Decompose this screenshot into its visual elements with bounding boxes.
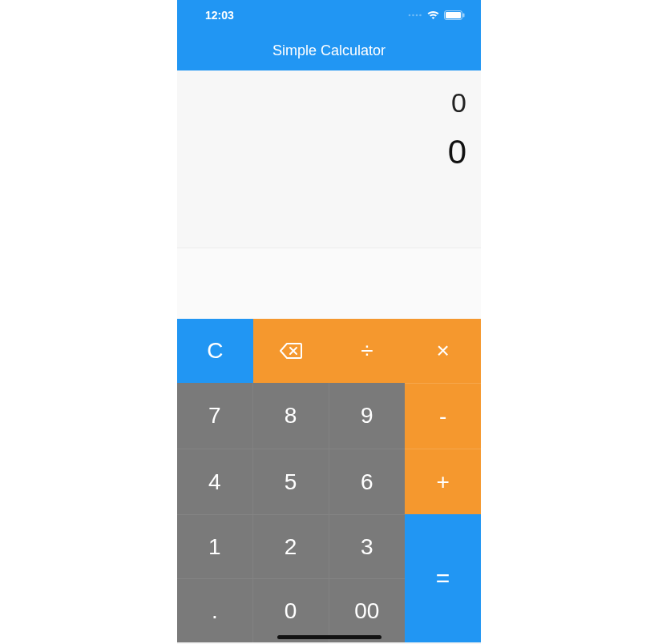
add-button[interactable]: + <box>405 449 481 514</box>
five-button[interactable]: 5 <box>253 449 329 514</box>
decimal-button[interactable]: . <box>177 578 253 642</box>
wifi-icon <box>426 10 440 20</box>
double-zero-button[interactable]: 00 <box>329 578 406 642</box>
display-result: 0 <box>192 132 466 172</box>
cellular-dots-icon <box>408 13 422 18</box>
display-area: 0 0 <box>177 70 481 248</box>
svg-rect-5 <box>446 12 461 18</box>
svg-point-0 <box>409 14 411 17</box>
eight-button[interactable]: 8 <box>253 383 329 449</box>
backspace-button[interactable] <box>253 319 329 383</box>
home-indicator[interactable] <box>277 635 381 639</box>
multiply-button[interactable]: × <box>405 319 481 383</box>
zero-button[interactable]: 0 <box>253 578 329 642</box>
display-expression: 0 <box>192 85 466 120</box>
status-time: 12:03 <box>205 9 234 22</box>
two-button[interactable]: 2 <box>253 514 329 578</box>
one-button[interactable]: 1 <box>177 514 253 578</box>
svg-point-1 <box>412 14 414 17</box>
svg-rect-6 <box>463 14 465 18</box>
app-header: Simple Calculator <box>177 30 481 70</box>
svg-point-2 <box>416 14 418 17</box>
nine-button[interactable]: 9 <box>329 383 406 449</box>
svg-point-3 <box>419 14 422 17</box>
keypad: C ÷ × 7 8 9 - 4 5 6 + 1 2 3 = . 0 00 <box>177 319 481 644</box>
backspace-icon <box>280 343 302 359</box>
phone-frame: 12:03 <box>177 0 481 644</box>
clear-button[interactable]: C <box>177 319 253 383</box>
equals-button[interactable]: = <box>405 514 481 642</box>
battery-icon <box>444 10 465 20</box>
three-button[interactable]: 3 <box>329 514 406 578</box>
seven-button[interactable]: 7 <box>177 383 253 449</box>
spacer <box>177 248 481 319</box>
four-button[interactable]: 4 <box>177 449 253 514</box>
divide-button[interactable]: ÷ <box>329 319 406 383</box>
status-icons <box>408 10 465 20</box>
status-bar: 12:03 <box>177 0 481 30</box>
subtract-button[interactable]: - <box>405 383 481 449</box>
app-title: Simple Calculator <box>272 42 386 59</box>
six-button[interactable]: 6 <box>329 449 406 514</box>
